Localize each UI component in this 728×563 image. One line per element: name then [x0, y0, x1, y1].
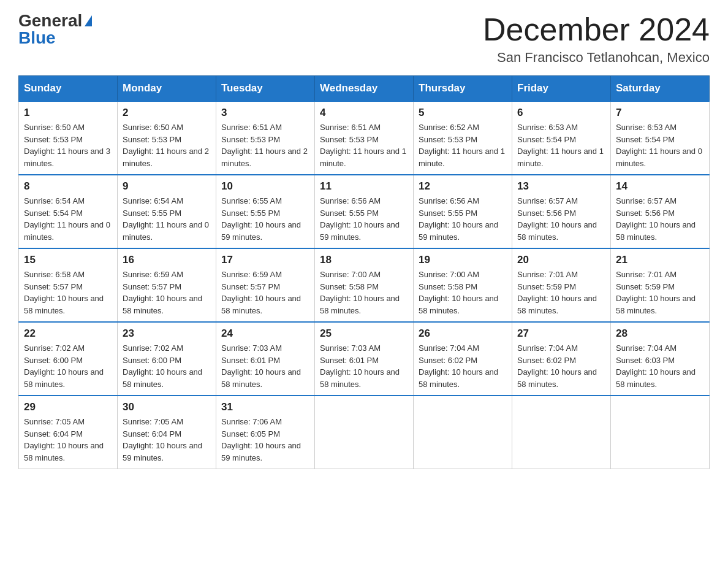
day-info: Sunrise: 7:01 AMSunset: 5:59 PMDaylight:… — [616, 269, 704, 316]
day-number: 8 — [24, 180, 112, 193]
day-number: 23 — [123, 327, 211, 340]
logo-blue-text: Blue — [18, 29, 56, 47]
calendar-week-row: 22Sunrise: 7:02 AMSunset: 6:00 PMDayligh… — [19, 322, 710, 396]
calendar-day-1: 1Sunrise: 6:50 AMSunset: 5:53 PMDaylight… — [19, 101, 118, 175]
calendar-day-13: 13Sunrise: 6:57 AMSunset: 5:56 PMDayligh… — [512, 175, 611, 248]
day-info: Sunrise: 6:56 AMSunset: 5:55 PMDaylight:… — [419, 195, 507, 243]
day-number: 14 — [616, 180, 704, 193]
calendar-day-21: 21Sunrise: 7:01 AMSunset: 5:59 PMDayligh… — [611, 248, 710, 322]
calendar-day-14: 14Sunrise: 6:57 AMSunset: 5:56 PMDayligh… — [611, 175, 710, 248]
day-info: Sunrise: 7:04 AMSunset: 6:02 PMDaylight:… — [419, 342, 507, 390]
day-info: Sunrise: 7:06 AMSunset: 6:05 PMDaylight:… — [221, 416, 309, 464]
day-number: 30 — [123, 401, 211, 413]
calendar-day-17: 17Sunrise: 6:59 AMSunset: 5:57 PMDayligh… — [216, 248, 315, 322]
location-subtitle: San Francisco Tetlanohcan, Mexico — [483, 50, 710, 66]
calendar-day-empty — [414, 396, 512, 469]
day-info: Sunrise: 6:53 AMSunset: 5:54 PMDaylight:… — [616, 121, 704, 169]
day-info: Sunrise: 7:00 AMSunset: 5:58 PMDaylight:… — [320, 269, 408, 316]
calendar-week-row: 15Sunrise: 6:58 AMSunset: 5:57 PMDayligh… — [19, 248, 710, 322]
day-info: Sunrise: 6:54 AMSunset: 5:54 PMDaylight:… — [24, 195, 112, 243]
day-info: Sunrise: 6:58 AMSunset: 5:57 PMDaylight:… — [24, 269, 112, 316]
day-number: 17 — [221, 254, 309, 266]
weekday-header-sunday: Sunday — [19, 76, 118, 102]
day-info: Sunrise: 6:53 AMSunset: 5:54 PMDaylight:… — [517, 121, 605, 169]
calendar-day-empty — [611, 396, 710, 469]
weekday-header-thursday: Thursday — [414, 76, 512, 102]
day-number: 5 — [419, 107, 507, 119]
day-number: 9 — [123, 180, 211, 193]
calendar-day-25: 25Sunrise: 7:03 AMSunset: 6:01 PMDayligh… — [315, 322, 414, 396]
day-info: Sunrise: 7:01 AMSunset: 5:59 PMDaylight:… — [517, 269, 605, 316]
day-number: 18 — [320, 254, 408, 266]
calendar-day-20: 20Sunrise: 7:01 AMSunset: 5:59 PMDayligh… — [512, 248, 611, 322]
day-number: 16 — [123, 254, 211, 266]
day-number: 3 — [221, 107, 309, 119]
day-number: 1 — [24, 107, 112, 119]
day-info: Sunrise: 7:04 AMSunset: 6:03 PMDaylight:… — [616, 342, 704, 390]
weekday-header-friday: Friday — [512, 76, 611, 102]
calendar-table: SundayMondayTuesdayWednesdayThursdayFrid… — [18, 75, 710, 469]
day-number: 21 — [616, 254, 704, 266]
day-number: 10 — [221, 180, 309, 193]
calendar-day-4: 4Sunrise: 6:51 AMSunset: 5:53 PMDaylight… — [315, 101, 414, 175]
day-number: 13 — [517, 180, 605, 193]
calendar-day-26: 26Sunrise: 7:04 AMSunset: 6:02 PMDayligh… — [414, 322, 512, 396]
day-number: 27 — [517, 327, 605, 340]
day-number: 4 — [320, 107, 408, 119]
calendar-day-11: 11Sunrise: 6:56 AMSunset: 5:55 PMDayligh… — [315, 175, 414, 248]
title-area: December 2024 San Francisco Tetlanohcan,… — [483, 12, 710, 66]
day-info: Sunrise: 7:05 AMSunset: 6:04 PMDaylight:… — [123, 416, 211, 464]
day-info: Sunrise: 6:59 AMSunset: 5:57 PMDaylight:… — [123, 269, 211, 316]
day-info: Sunrise: 6:50 AMSunset: 5:53 PMDaylight:… — [24, 121, 112, 169]
day-info: Sunrise: 7:02 AMSunset: 6:00 PMDaylight:… — [24, 342, 112, 390]
calendar-week-row: 1Sunrise: 6:50 AMSunset: 5:53 PMDaylight… — [19, 101, 710, 175]
day-info: Sunrise: 6:51 AMSunset: 5:53 PMDaylight:… — [221, 121, 309, 169]
day-info: Sunrise: 6:55 AMSunset: 5:55 PMDaylight:… — [221, 195, 309, 243]
day-number: 19 — [419, 254, 507, 266]
calendar-week-row: 29Sunrise: 7:05 AMSunset: 6:04 PMDayligh… — [19, 396, 710, 469]
day-number: 20 — [517, 254, 605, 266]
day-info: Sunrise: 7:03 AMSunset: 6:01 PMDaylight:… — [221, 342, 309, 390]
logo-general-text: General — [18, 12, 82, 29]
day-info: Sunrise: 6:50 AMSunset: 5:53 PMDaylight:… — [123, 121, 211, 169]
calendar-day-23: 23Sunrise: 7:02 AMSunset: 6:00 PMDayligh… — [118, 322, 216, 396]
calendar-day-30: 30Sunrise: 7:05 AMSunset: 6:04 PMDayligh… — [118, 396, 216, 469]
day-number: 24 — [221, 327, 309, 340]
weekday-header-monday: Monday — [118, 76, 216, 102]
day-number: 7 — [616, 107, 704, 119]
day-info: Sunrise: 7:05 AMSunset: 6:04 PMDaylight:… — [24, 416, 112, 464]
weekday-header-saturday: Saturday — [611, 76, 710, 102]
day-number: 29 — [24, 401, 112, 413]
day-info: Sunrise: 7:00 AMSunset: 5:58 PMDaylight:… — [419, 269, 507, 316]
calendar-day-16: 16Sunrise: 6:59 AMSunset: 5:57 PMDayligh… — [118, 248, 216, 322]
calendar-day-28: 28Sunrise: 7:04 AMSunset: 6:03 PMDayligh… — [611, 322, 710, 396]
calendar-day-10: 10Sunrise: 6:55 AMSunset: 5:55 PMDayligh… — [216, 175, 315, 248]
day-info: Sunrise: 6:59 AMSunset: 5:57 PMDaylight:… — [221, 269, 309, 316]
calendar-day-18: 18Sunrise: 7:00 AMSunset: 5:58 PMDayligh… — [315, 248, 414, 322]
day-number: 2 — [123, 107, 211, 119]
day-number: 22 — [24, 327, 112, 340]
day-info: Sunrise: 6:57 AMSunset: 5:56 PMDaylight:… — [517, 195, 605, 243]
calendar-day-19: 19Sunrise: 7:00 AMSunset: 5:58 PMDayligh… — [414, 248, 512, 322]
calendar-week-row: 8Sunrise: 6:54 AMSunset: 5:54 PMDaylight… — [19, 175, 710, 248]
day-info: Sunrise: 7:03 AMSunset: 6:01 PMDaylight:… — [320, 342, 408, 390]
calendar-day-15: 15Sunrise: 6:58 AMSunset: 5:57 PMDayligh… — [19, 248, 118, 322]
logo: General Blue — [18, 12, 92, 47]
day-number: 25 — [320, 327, 408, 340]
calendar-day-empty — [512, 396, 611, 469]
calendar-day-7: 7Sunrise: 6:53 AMSunset: 5:54 PMDaylight… — [611, 101, 710, 175]
day-info: Sunrise: 6:52 AMSunset: 5:53 PMDaylight:… — [419, 121, 507, 169]
day-info: Sunrise: 6:51 AMSunset: 5:53 PMDaylight:… — [320, 121, 408, 169]
calendar-day-2: 2Sunrise: 6:50 AMSunset: 5:53 PMDaylight… — [118, 101, 216, 175]
calendar-day-9: 9Sunrise: 6:54 AMSunset: 5:55 PMDaylight… — [118, 175, 216, 248]
calendar-day-12: 12Sunrise: 6:56 AMSunset: 5:55 PMDayligh… — [414, 175, 512, 248]
day-number: 26 — [419, 327, 507, 340]
day-number: 15 — [24, 254, 112, 266]
weekday-header-wednesday: Wednesday — [315, 76, 414, 102]
calendar-day-24: 24Sunrise: 7:03 AMSunset: 6:01 PMDayligh… — [216, 322, 315, 396]
logo-triangle-icon — [85, 15, 92, 26]
day-number: 6 — [517, 107, 605, 119]
weekday-header-tuesday: Tuesday — [216, 76, 315, 102]
calendar-day-8: 8Sunrise: 6:54 AMSunset: 5:54 PMDaylight… — [19, 175, 118, 248]
day-info: Sunrise: 6:54 AMSunset: 5:55 PMDaylight:… — [123, 195, 211, 243]
